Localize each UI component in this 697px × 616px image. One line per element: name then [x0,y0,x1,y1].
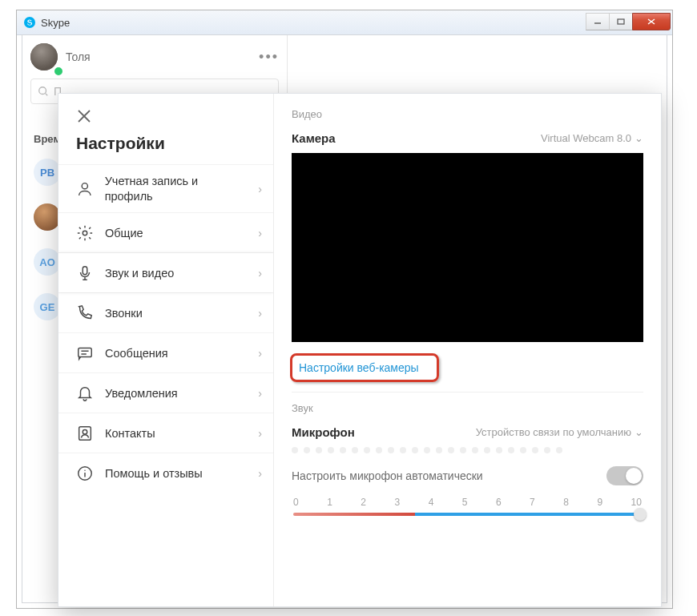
svg-point-14 [83,429,87,434]
camera-dropdown[interactable]: Virtual Webcam 8.0 ⌄ [541,132,643,144]
chevron-right-icon: › [258,347,262,360]
contact-avatar [34,203,61,231]
nav-calls[interactable]: Звонки › [58,292,273,332]
window-title: Skype [41,17,586,29]
chevron-right-icon: › [258,183,262,195]
svg-point-9 [82,183,87,188]
chevron-right-icon: › [258,467,262,480]
window-close-button[interactable] [632,13,671,30]
nav-account[interactable]: Учетная запись и профиль › [58,164,273,212]
chevron-down-icon: ⌄ [635,426,643,438]
nav-help[interactable]: Помощь и отзывы › [58,453,273,493]
search-icon [38,86,49,97]
settings-content: Видео Камера Virtual Webcam 8.0 ⌄ Настро… [274,94,661,606]
svg-line-6 [46,94,48,96]
chevron-right-icon: › [258,387,262,400]
nav-notifications[interactable]: Уведомления › [58,372,273,413]
svg-rect-2 [618,19,624,24]
svg-point-5 [39,87,46,95]
window-maximize-button[interactable] [609,13,633,30]
audio-section-label: Звук [292,402,643,414]
nav-general[interactable]: Общие › [58,212,273,252]
settings-title: Настройки [76,134,273,153]
volume-slider[interactable] [293,513,642,516]
svg-rect-11 [83,266,87,274]
presence-indicator [53,66,64,77]
slider-thumb[interactable] [634,508,647,521]
skype-icon [23,16,36,29]
contact-avatar: GE [34,293,61,320]
info-icon [76,465,94,482]
microphone-dropdown[interactable]: Устройство связи по умолчанию ⌄ [476,426,643,438]
svg-point-17 [84,469,85,470]
window-titlebar: Skype [17,10,672,35]
message-icon [76,344,94,362]
phone-icon [76,304,94,322]
auto-mic-toggle[interactable] [606,466,643,485]
camera-label: Камера [292,131,541,145]
contact-avatar: AO [34,248,61,276]
camera-preview [292,153,643,342]
chevron-right-icon: › [258,227,262,240]
bell-icon [76,384,94,402]
video-section-label: Видео [292,108,643,120]
mic-level-meter [292,447,643,453]
close-icon[interactable] [76,108,92,124]
gear-icon [76,224,94,242]
person-icon [76,180,94,198]
more-icon[interactable]: ••• [259,49,279,66]
annotation-highlight: Настройки веб-камеры [290,353,439,382]
chevron-right-icon: › [258,307,262,320]
contacts-icon [76,425,94,442]
settings-panel: Настройки Учетная запись и профиль › Общ… [58,93,662,607]
chevron-right-icon: › [258,427,262,440]
svg-rect-12 [79,348,92,356]
webcam-settings-link[interactable]: Настройки веб-камеры [299,361,419,374]
chevron-right-icon: › [258,267,262,280]
nav-audio-video[interactable]: Звук и видео › [58,252,273,292]
microphone-icon [76,264,94,282]
avatar[interactable] [30,43,58,70]
svg-point-10 [83,231,87,236]
divider [292,392,643,393]
svg-rect-13 [79,426,91,440]
settings-nav: Настройки Учетная запись и профиль › Общ… [58,94,274,606]
nav-contacts[interactable]: Контакты › [58,413,273,453]
nav-messages[interactable]: Сообщения › [58,332,273,372]
contact-avatar: PB [34,159,61,186]
microphone-label: Микрофон [292,425,476,439]
profile-name: Толя [66,50,259,63]
window-minimize-button[interactable] [586,13,610,30]
auto-mic-label: Настроить микрофон автоматически [292,469,606,482]
volume-scale: 012345678910 [292,497,643,508]
chevron-down-icon: ⌄ [635,132,643,144]
